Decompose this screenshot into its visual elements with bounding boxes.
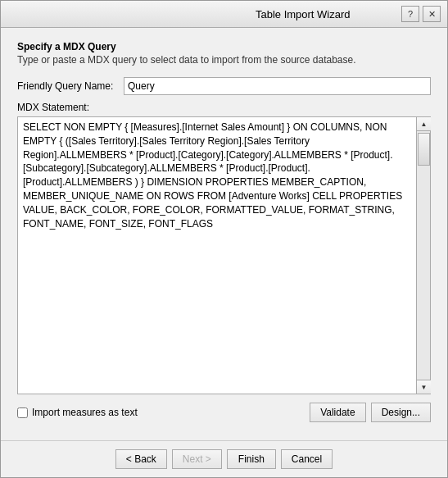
vertical-scrollbar[interactable]: ▲ ▼ [416,117,430,394]
validate-button[interactable]: Validate [310,403,365,422]
close-button[interactable]: ✕ [423,6,441,22]
mdx-textarea-wrapper: SELECT NON EMPTY { [Measures].[Internet … [17,116,431,394]
mdx-textarea-border: SELECT NON EMPTY { [Measures].[Internet … [17,116,431,394]
cancel-button[interactable]: Cancel [281,449,333,469]
design-button[interactable]: Design... [371,403,431,422]
title-bar: Table Import Wizard ? ✕ [1,1,447,28]
footer: < Back Next > Finish Cancel [1,440,447,477]
scroll-down-arrow[interactable]: ▼ [417,380,431,394]
back-button[interactable]: < Back [115,449,167,469]
main-content: Specify a MDX Query Type or paste a MDX … [1,28,447,440]
scroll-thumb[interactable] [418,133,430,166]
right-buttons: Validate Design... [310,403,431,422]
scroll-track [417,131,430,380]
bottom-options: Import measures as text Validate Design.… [17,403,431,422]
friendly-name-row: Friendly Query Name: [17,77,431,95]
friendly-name-input[interactable] [124,77,431,95]
import-measures-label: Import measures as text [32,407,138,418]
window-title: Table Import Wizard [205,8,402,20]
mdx-textarea[interactable]: SELECT NON EMPTY { [Measures].[Internet … [18,117,430,394]
help-button[interactable]: ? [401,6,419,22]
friendly-name-label: Friendly Query Name: [17,80,124,92]
main-window: Table Import Wizard ? ✕ Specify a MDX Qu… [0,0,448,478]
scroll-up-arrow[interactable]: ▲ [417,117,431,131]
section-title: Specify a MDX Query [17,41,431,52]
section-description: Type or paste a MDX query to select data… [17,54,431,66]
import-measures-checkbox-label[interactable]: Import measures as text [17,407,138,418]
title-bar-controls: ? ✕ [401,6,441,22]
next-button[interactable]: Next > [172,449,222,469]
mdx-label: MDX Statement: [17,102,431,113]
finish-button[interactable]: Finish [227,449,276,469]
import-measures-checkbox[interactable] [17,407,28,418]
